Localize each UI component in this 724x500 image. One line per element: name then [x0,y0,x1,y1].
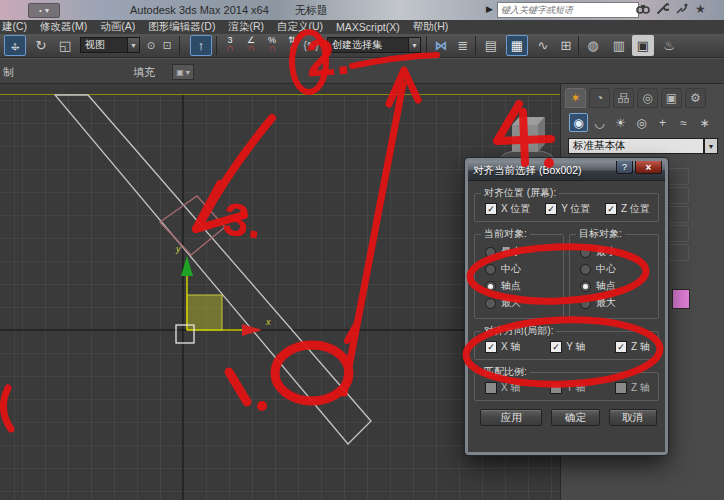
radio-icon [485,247,496,258]
subtab-lights[interactable]: ☀ [611,113,630,132]
menu-create[interactable]: 建(C) [2,20,27,34]
radio-target-min[interactable]: 最小 [580,245,654,259]
select-and-manipulate-button[interactable]: ⊡ [159,35,175,56]
radio-target-pivot[interactable]: 轴点 [580,279,654,293]
checkbox-y-position[interactable]: ✓Y 位置 [545,202,590,216]
teapot-icon: ♨ [663,39,675,52]
radio-target-center[interactable]: 中心 [580,262,654,276]
spinner-snap-button[interactable]: ⇅∩ [282,35,302,56]
dot-icon: • [39,6,42,15]
mirror-button[interactable]: ⋈ [430,35,452,56]
apply-button[interactable]: 应用 [480,409,542,426]
ribbon-tab-object-paint[interactable]: 制 [3,65,14,80]
subtab-cameras[interactable]: ◎ [632,113,651,132]
select-and-rotate-button[interactable]: ↻ [30,35,52,56]
checkbox-scale-x[interactable]: X 轴 [485,381,520,395]
cancel-button[interactable]: 取消 [609,409,657,426]
menu-maxscript[interactable]: MAXScript(X) [336,21,400,33]
select-and-move-button[interactable]: ↔↕ [4,35,26,56]
checkbox-z-position[interactable]: ✓Z 位置 [605,202,650,216]
dialog-titlebar[interactable]: 对齐当前选择 (Box002) ? × [468,161,665,181]
radio-selected-icon [580,281,591,292]
checkbox-x-position[interactable]: ✓X 位置 [485,202,530,216]
coordinate-dropdown-arrow[interactable]: ▼ [127,37,140,53]
curve-editor-button[interactable]: ∿ [532,35,554,56]
checkbox-z-axis[interactable]: ✓Z 轴 [615,340,650,354]
render-setup-button[interactable]: ▥ [608,35,630,56]
object-type-button-partial[interactable] [667,206,689,223]
checkbox-checked-icon: ✓ [550,341,562,353]
radio-current-center[interactable]: 中心 [485,262,559,276]
communication-center-icon[interactable] [675,2,689,15]
object-type-button-partial[interactable] [667,187,689,204]
infocenter-arrow-icon[interactable]: ▶ [486,4,493,14]
checkbox-scale-z[interactable]: Z 轴 [615,381,650,395]
object-color-swatch[interactable] [672,289,690,309]
menu-modifiers[interactable]: 修改器(M) [40,20,87,34]
dialog-help-button[interactable]: ? [616,161,633,174]
dialog-close-button[interactable]: × [635,161,662,174]
keyboard-shortcut-toggle-button[interactable]: ↑ [190,35,212,56]
ribbon-tab-populate[interactable]: 填充 [133,65,155,80]
named-selection-set-dropdown[interactable]: 创建选择集 [327,37,409,53]
tab-motion[interactable]: ◎ [637,88,658,108]
checkbox-scale-y[interactable]: Y 轴 [550,381,585,395]
object-type-button-partial[interactable] [667,244,689,261]
reference-coordinate-dropdown[interactable]: 视图 [80,37,128,53]
radio-current-min[interactable]: 最小 [485,245,559,259]
quick-access-toolbar[interactable]: •▾ [28,3,60,18]
menu-animation[interactable]: 动画(A) [100,20,135,34]
ribbon-toggle-button[interactable]: ▦ [506,35,528,56]
subtab-shapes[interactable]: ◡ [590,113,609,132]
radio-current-pivot[interactable]: 轴点 [485,279,559,293]
align-button[interactable]: ≣ [452,35,474,56]
tab-utilities[interactable]: ⚙ [685,88,706,108]
tab-display[interactable]: ▣ [661,88,682,108]
menu-help[interactable]: 帮助(H) [413,20,449,34]
object-type-button-partial[interactable] [667,225,689,242]
box002-wireframe[interactable] [55,95,371,444]
geometry-category-dropdown[interactable]: 标准基本体 [568,138,704,154]
mirror-icon: ⋈ [435,39,448,52]
tab-modify[interactable]: ◔ [589,88,610,108]
use-pivot-center-button[interactable]: ⊙ [143,35,159,56]
layers-icon: ▤ [485,39,497,52]
subtab-geometry[interactable]: ◉ [569,113,588,132]
infocenter-search-input[interactable] [497,2,639,18]
menu-rendering[interactable]: 渲染(R) [228,20,264,34]
gizmo-x-arrowhead[interactable] [242,324,262,336]
subtab-systems[interactable]: ∗ [695,113,714,132]
select-and-scale-button[interactable]: ◱ [54,35,76,56]
subtab-spacewarps[interactable]: ≈ [674,113,693,132]
checkbox-unchecked-icon [615,382,627,394]
favorites-star-icon[interactable]: ★ [695,3,706,15]
wrench-help-icon[interactable] [656,2,669,15]
radio-target-max[interactable]: 最大 [580,296,654,310]
checkbox-y-axis[interactable]: ✓Y 轴 [550,340,585,354]
edit-named-selection-sets-button[interactable]: {✎} [300,35,322,56]
checkbox-x-axis[interactable]: ✓X 轴 [485,340,520,354]
angle-snap-button[interactable]: ∠∩ [241,35,261,56]
target-object-label: 目标对象: [576,227,625,241]
menu-customize[interactable]: 自定义(U) [277,20,323,34]
render-production-button[interactable]: ♨ [658,35,680,56]
rendered-frame-window-button[interactable]: ▣ [632,35,654,56]
radio-current-max[interactable]: 最大 [485,296,559,310]
selection-set-dropdown-arrow[interactable]: ▼ [408,37,421,53]
layer-manager-button[interactable]: ▤ [480,35,502,56]
menu-graph-editors[interactable]: 图形编辑器(D) [148,20,215,34]
category-dropdown-arrow[interactable]: ▼ [704,138,718,154]
ok-button[interactable]: 确定 [551,409,599,426]
subtab-helpers[interactable]: + [653,113,672,132]
tab-create[interactable]: ✶ [565,88,586,108]
schematic-view-button[interactable]: ⊞ [555,35,577,56]
ribbon-minimize-button[interactable]: ▣▾ [172,64,194,80]
ribbon-bar: 制 填充 ▣▾ [0,58,724,84]
snaps-toggle-button[interactable]: 3∩ [220,35,240,56]
percent-snap-button[interactable]: %∩ [262,35,282,56]
tab-hierarchy[interactable]: 品 [613,88,634,108]
object-type-button-partial[interactable] [667,168,689,185]
rotated-square-wireframe[interactable] [160,196,225,255]
material-editor-button[interactable]: ◍ [582,35,604,56]
binoculars-search-icon[interactable] [636,2,650,15]
